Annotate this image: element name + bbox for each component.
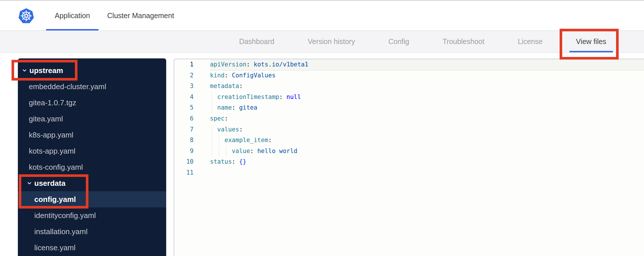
indent-guides — [212, 146, 234, 157]
code-text: example_item: — [210, 135, 644, 146]
line-number: 8 — [174, 135, 194, 146]
kubernetes-logo-icon — [18, 8, 35, 24]
tree-file-kots-config-yaml[interactable]: kots-config.yaml — [18, 159, 166, 175]
line-number: 9 — [174, 146, 194, 157]
line-number: 3 — [174, 81, 194, 92]
code-line-8: 8 example_item: — [174, 135, 644, 146]
tree-item-label: identityconfig.yaml — [34, 211, 96, 220]
tab-config-label: Config — [388, 37, 409, 46]
code-line-6: 6spec: — [174, 113, 644, 124]
tree-item-label: upstream — [29, 66, 63, 75]
tree-item-label: userdata — [34, 179, 65, 188]
app-header: Application Cluster Management — [0, 1, 644, 31]
code-text: value: hello world — [210, 146, 644, 157]
code-text: spec: — [210, 113, 644, 124]
code-line-5: 5 name: gitea — [174, 102, 644, 113]
tree-file-embedded-cluster-yaml[interactable]: embedded-cluster.yaml — [18, 79, 166, 95]
tree-file-gitea-yaml[interactable]: gitea.yaml — [18, 111, 166, 127]
code-text: name: gitea — [210, 102, 644, 113]
code-line-2: 2kind: ConfigValues — [174, 70, 644, 81]
line-number: 2 — [174, 70, 194, 81]
tree-item-label: gitea.yaml — [29, 114, 63, 123]
line-number: 5 — [174, 102, 194, 113]
tree-file-gitea-1-0-7-tgz[interactable]: gitea-1.0.7.tgz — [18, 95, 166, 111]
tab-cluster-management-label: Cluster Management — [107, 12, 174, 20]
indent-guides — [212, 102, 219, 113]
code-line-3: 3metadata: — [174, 81, 644, 92]
code-text: status: {} — [210, 156, 644, 167]
tree-folder-upstream[interactable]: upstream — [18, 62, 166, 79]
indent-guides — [212, 124, 219, 135]
line-number: 10 — [174, 156, 194, 167]
tab-license[interactable]: License — [511, 31, 549, 52]
tree-item-label: license.yaml — [34, 243, 75, 252]
line-number: 11 — [174, 167, 194, 178]
file-tree-sidebar: upstreamembedded-cluster.yamlgitea-1.0.7… — [18, 58, 166, 256]
code-line-7: 7 values: — [174, 124, 644, 135]
header-tabs: Application Cluster Management — [46, 1, 183, 30]
tab-config[interactable]: Config — [382, 31, 416, 52]
tree-file-kots-app-yaml[interactable]: kots-app.yaml — [18, 143, 166, 159]
code-editor[interactable]: 1apiVersion: kots.io/v1beta12kind: Confi… — [174, 59, 644, 256]
tab-version-history[interactable]: Version history — [301, 31, 361, 52]
file-tree: upstreamembedded-cluster.yamlgitea-1.0.7… — [18, 58, 166, 256]
tab-view-files-label: View files — [576, 37, 606, 46]
tree-item-label: kots-config.yaml — [29, 163, 83, 172]
code-line-11: 11 — [174, 167, 644, 178]
chevron-down-icon[interactable] — [26, 180, 32, 186]
chevron-down-icon[interactable] — [22, 68, 27, 73]
tree-file-license-yaml[interactable]: license.yaml — [18, 240, 166, 256]
tree-file-config-yaml[interactable]: config.yaml — [18, 191, 166, 207]
tree-file-installation-yaml[interactable]: installation.yaml — [18, 223, 166, 240]
tab-view-files[interactable]: View files — [569, 31, 613, 52]
tree-file-k8s-app-yaml[interactable]: k8s-app.yaml — [18, 127, 166, 143]
code-line-10: 10status: {} — [174, 156, 644, 167]
line-number: 1 — [174, 59, 194, 70]
tab-troubleshoot[interactable]: Troubleshoot — [436, 31, 491, 52]
tab-dashboard-label: Dashboard — [239, 37, 274, 46]
code-line-9: 9 value: hello world — [174, 146, 644, 157]
app-nav: Dashboard Version history Config Trouble… — [0, 31, 644, 53]
tab-version-history-label: Version history — [308, 37, 355, 46]
line-number: 6 — [174, 113, 194, 124]
code-text: metadata: — [210, 81, 644, 92]
tree-item-label: installation.yaml — [34, 227, 88, 236]
tree-folder-userdata[interactable]: userdata — [18, 175, 166, 191]
tree-file-identityconfig-yaml[interactable]: identityconfig.yaml — [18, 207, 166, 223]
tree-item-label: config.yaml — [34, 195, 76, 204]
code-line-1: 1apiVersion: kots.io/v1beta1 — [174, 59, 644, 70]
code-text: creationTimestamp: null — [210, 92, 644, 103]
line-number: 7 — [174, 124, 194, 135]
code-text: apiVersion: kots.io/v1beta1 — [210, 59, 644, 70]
line-number: 4 — [174, 92, 194, 103]
tab-license-label: License — [518, 37, 543, 46]
tab-dashboard[interactable]: Dashboard — [232, 31, 281, 52]
indent-guides — [212, 135, 226, 146]
tab-application[interactable]: Application — [46, 1, 99, 30]
indent-guides — [212, 92, 219, 103]
code-lines: 1apiVersion: kots.io/v1beta12kind: Confi… — [174, 59, 644, 178]
tree-item-label: embedded-cluster.yaml — [29, 82, 106, 91]
code-text: kind: ConfigValues — [210, 70, 644, 81]
tab-troubleshoot-label: Troubleshoot — [443, 37, 484, 46]
tree-item-label: k8s-app.yaml — [29, 131, 73, 140]
tree-item-label: gitea-1.0.7.tgz — [29, 98, 76, 107]
tree-item-label: kots-app.yaml — [29, 147, 75, 156]
tab-cluster-management[interactable]: Cluster Management — [99, 1, 183, 30]
kots-admin-console: Application Cluster Management Dashboard… — [0, 0, 644, 256]
code-text — [210, 167, 644, 178]
code-text: values: — [210, 124, 644, 135]
tab-application-label: Application — [55, 12, 90, 20]
code-line-4: 4 creationTimestamp: null — [174, 92, 644, 103]
